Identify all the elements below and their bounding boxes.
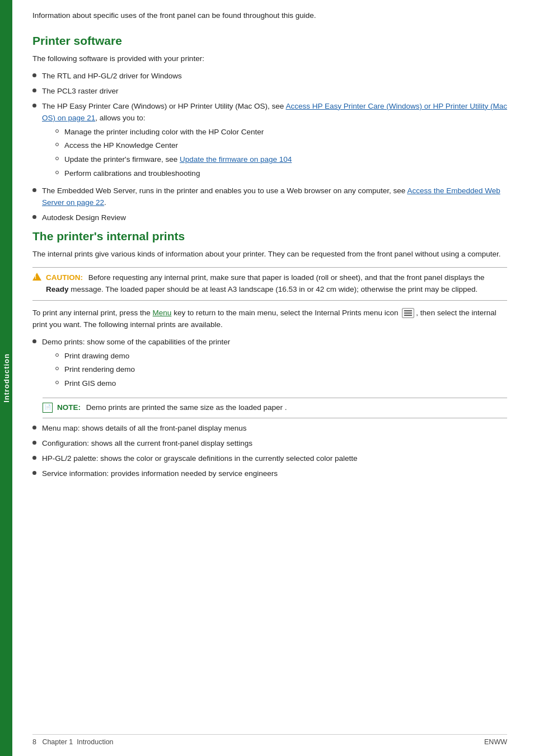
sub-bullet-dot [55,157,59,160]
caution-icon [32,273,41,284]
section2-heading: The printer's internal prints [32,230,507,243]
main-content: Information about specific uses of the f… [12,0,534,756]
bullet-text: Menu map: shows details of all the front… [42,423,246,435]
footer-chapter-label: Chapter [42,738,67,746]
footer-left: 8 Chapter 1 Introduction [32,738,114,746]
list-item: HP-GL/2 palette: shows the color or gray… [32,453,507,465]
section2-bullet-list: Demo prints: show some of the capabiliti… [32,337,507,393]
bullet-text: Autodesk Design Review [42,212,126,224]
bullet-dot [32,104,36,108]
sub-bullet-text: Perform calibrations and troubleshooting [64,168,200,180]
ready-bold: Ready [46,285,69,293]
menu-icon-inline [402,308,414,318]
page-wrapper: Introduction Information about specific … [0,0,534,756]
sub-bullet-dot [55,367,59,370]
access-hp-easy-link[interactable]: Access HP Easy Printer Care (Windows) or… [42,102,507,122]
list-item: The PCL3 raster driver [32,86,507,97]
menu-instruction: To print any internal print, press the M… [32,307,507,331]
list-item: Menu map: shows details of all the front… [32,423,507,435]
sub-bullet-text: Manage the printer including color with … [64,127,264,138]
list-item: Print GIS demo [55,378,230,390]
list-item: Perform calibrations and troubleshooting [55,168,507,180]
sub-bullet-text: Update the printer's firmware, see Updat… [64,154,292,166]
bullet-dot [32,73,36,77]
list-item: Service information: provides informatio… [32,468,507,480]
sub-bullet-dot [55,129,59,133]
bullet-dot [32,215,36,219]
list-item: Demo prints: show some of the capabiliti… [32,337,507,393]
footer-right: ENWW [484,738,507,746]
top-paragraph: Information about specific uses of the f… [32,10,507,22]
list-item: The RTL and HP-GL/2 driver for Windows [32,71,507,82]
bullet-text: HP-GL/2 palette: shows the color or gray… [42,453,358,465]
sub-bullet-dot [55,171,59,174]
sub-bullet-dot [55,143,59,146]
note-box: 📄 NOTE: Demo prints are printed the same… [43,398,507,418]
sidebar-label: Introduction [2,353,11,403]
caution-triangle-icon [32,273,41,281]
embedded-web-server-link[interactable]: Access the Embedded Web Server on page 2… [42,186,500,207]
sub-bullet-dot [55,381,59,384]
list-item: Print drawing demo [55,351,230,362]
section1-intro: The following software is provided with … [32,53,507,65]
caution-label: CAUTION: [46,273,83,282]
sub-bullet-dot [55,353,59,357]
bullet-dot [32,339,36,343]
sub-bullet-list: Print drawing demo Print rendering demo … [55,351,230,390]
page-footer: 8 Chapter 1 Introduction ENWW [32,734,507,746]
bullet-dot [32,426,36,430]
sub-bullet-text: Print rendering demo [64,364,135,376]
section1-heading: Printer software [32,34,507,48]
note-label: NOTE: [57,403,81,412]
firmware-link[interactable]: Update the firmware on page 104 [180,155,292,164]
bullet-dot [32,471,36,475]
note-text: NOTE: Demo prints are printed the same s… [57,402,287,414]
list-item: Print rendering demo [55,364,230,376]
caution-text: CAUTION: Before requesting any internal … [46,272,502,296]
bullet-text: The PCL3 raster driver [42,86,119,97]
section2-intro: The internal prints give various kinds o… [32,249,507,260]
menu-ref: Menu [153,309,172,317]
footer-chapter-number: 1 [69,738,73,746]
sub-bullet-text: Print GIS demo [64,378,116,390]
list-item: Access the HP Knowledge Center [55,140,507,152]
section2-bullet-list-2: Menu map: shows details of all the front… [32,423,507,480]
bullet-text: Demo prints: show some of the capabiliti… [42,337,230,393]
bullet-dot [32,188,36,192]
bullet-text: The Embedded Web Server, runs in the pri… [42,185,507,209]
note-icon: 📄 [43,403,53,413]
bullet-dot [32,88,36,92]
sub-bullet-text: Print drawing demo [64,351,129,362]
bullet-text: The HP Easy Printer Care (Windows) or HP… [42,101,507,183]
list-item: The Embedded Web Server, runs in the pri… [32,185,507,209]
sidebar-tab: Introduction [0,0,12,756]
bullet-dot [32,456,36,460]
list-item: Configuration: shows all the current fro… [32,438,507,450]
section1-bullet-list: The RTL and HP-GL/2 driver for Windows T… [32,71,507,224]
bullet-dot [32,441,36,445]
caution-box: CAUTION: Before requesting any internal … [32,267,507,301]
list-item: The HP Easy Printer Care (Windows) or HP… [32,101,507,183]
bullet-text: Configuration: shows all the current fro… [42,438,252,450]
footer-page-number: 8 [32,738,36,746]
sub-bullet-text: Access the HP Knowledge Center [64,140,178,152]
note-page-icon: 📄 [43,403,53,413]
bullet-text: Service information: provides informatio… [42,468,278,480]
list-item: Autodesk Design Review [32,212,507,224]
sub-bullet-list: Manage the printer including color with … [55,127,507,180]
list-item: Manage the printer including color with … [55,127,507,138]
bullet-text: The RTL and HP-GL/2 driver for Windows [42,71,182,82]
footer-chapter-title: Introduction [77,738,113,746]
list-item: Update the printer's firmware, see Updat… [55,154,507,166]
